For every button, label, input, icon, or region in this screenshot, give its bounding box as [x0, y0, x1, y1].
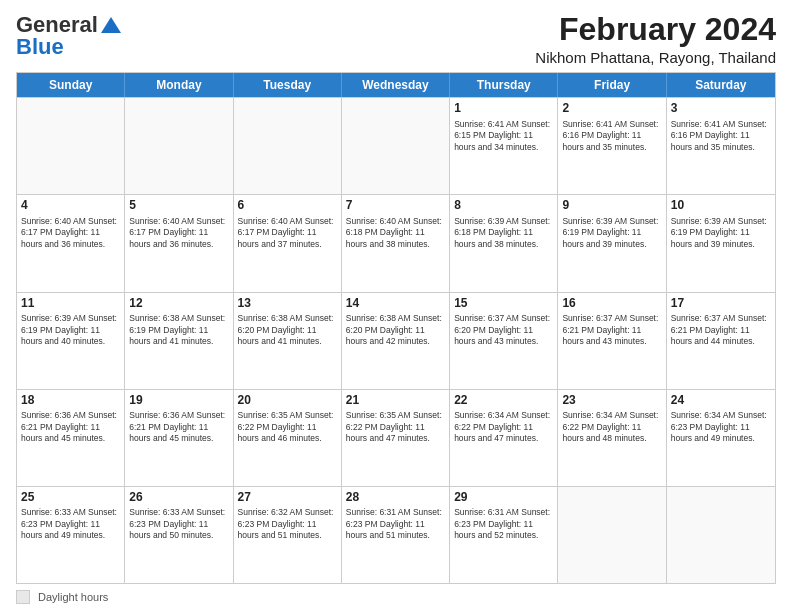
day-info: Sunrise: 6:39 AM Sunset: 6:19 PM Dayligh…: [562, 216, 661, 250]
cal-day-empty: [125, 98, 233, 194]
day-number: 8: [454, 198, 553, 214]
cal-header-wednesday: Wednesday: [342, 73, 450, 97]
cal-header-sunday: Sunday: [17, 73, 125, 97]
cal-day-8: 8Sunrise: 6:39 AM Sunset: 6:18 PM Daylig…: [450, 195, 558, 291]
day-number: 5: [129, 198, 228, 214]
day-info: Sunrise: 6:41 AM Sunset: 6:16 PM Dayligh…: [562, 119, 661, 153]
cal-header-saturday: Saturday: [667, 73, 775, 97]
logo-icon: [101, 17, 121, 33]
cal-day-14: 14Sunrise: 6:38 AM Sunset: 6:20 PM Dayli…: [342, 293, 450, 389]
cal-day-18: 18Sunrise: 6:36 AM Sunset: 6:21 PM Dayli…: [17, 390, 125, 486]
cal-day-6: 6Sunrise: 6:40 AM Sunset: 6:17 PM Daylig…: [234, 195, 342, 291]
day-info: Sunrise: 6:38 AM Sunset: 6:20 PM Dayligh…: [238, 313, 337, 347]
legend-box: [16, 590, 30, 604]
day-info: Sunrise: 6:40 AM Sunset: 6:18 PM Dayligh…: [346, 216, 445, 250]
day-number: 17: [671, 296, 771, 312]
cal-day-28: 28Sunrise: 6:31 AM Sunset: 6:23 PM Dayli…: [342, 487, 450, 583]
cal-day-24: 24Sunrise: 6:34 AM Sunset: 6:23 PM Dayli…: [667, 390, 775, 486]
day-number: 23: [562, 393, 661, 409]
header: General Blue February 2024 Nikhom Phatta…: [16, 12, 776, 66]
day-number: 25: [21, 490, 120, 506]
day-info: Sunrise: 6:35 AM Sunset: 6:22 PM Dayligh…: [346, 410, 445, 444]
day-number: 11: [21, 296, 120, 312]
page: General Blue February 2024 Nikhom Phatta…: [0, 0, 792, 612]
cal-week-0: 1Sunrise: 6:41 AM Sunset: 6:15 PM Daylig…: [17, 97, 775, 194]
day-info: Sunrise: 6:33 AM Sunset: 6:23 PM Dayligh…: [129, 507, 228, 541]
cal-day-11: 11Sunrise: 6:39 AM Sunset: 6:19 PM Dayli…: [17, 293, 125, 389]
day-number: 21: [346, 393, 445, 409]
day-info: Sunrise: 6:39 AM Sunset: 6:19 PM Dayligh…: [671, 216, 771, 250]
day-info: Sunrise: 6:34 AM Sunset: 6:23 PM Dayligh…: [671, 410, 771, 444]
day-info: Sunrise: 6:39 AM Sunset: 6:19 PM Dayligh…: [21, 313, 120, 347]
day-number: 18: [21, 393, 120, 409]
cal-day-19: 19Sunrise: 6:36 AM Sunset: 6:21 PM Dayli…: [125, 390, 233, 486]
cal-day-22: 22Sunrise: 6:34 AM Sunset: 6:22 PM Dayli…: [450, 390, 558, 486]
day-info: Sunrise: 6:37 AM Sunset: 6:20 PM Dayligh…: [454, 313, 553, 347]
logo-blue-text: Blue: [16, 34, 64, 60]
day-info: Sunrise: 6:35 AM Sunset: 6:22 PM Dayligh…: [238, 410, 337, 444]
day-number: 19: [129, 393, 228, 409]
cal-day-27: 27Sunrise: 6:32 AM Sunset: 6:23 PM Dayli…: [234, 487, 342, 583]
cal-week-4: 25Sunrise: 6:33 AM Sunset: 6:23 PM Dayli…: [17, 486, 775, 583]
day-number: 1: [454, 101, 553, 117]
day-info: Sunrise: 6:37 AM Sunset: 6:21 PM Dayligh…: [671, 313, 771, 347]
day-number: 16: [562, 296, 661, 312]
calendar: SundayMondayTuesdayWednesdayThursdayFrid…: [16, 72, 776, 584]
cal-day-3: 3Sunrise: 6:41 AM Sunset: 6:16 PM Daylig…: [667, 98, 775, 194]
day-info: Sunrise: 6:41 AM Sunset: 6:16 PM Dayligh…: [671, 119, 771, 153]
day-number: 4: [21, 198, 120, 214]
cal-day-empty: [17, 98, 125, 194]
sub-title: Nikhom Phattana, Rayong, Thailand: [535, 49, 776, 66]
svg-marker-0: [101, 17, 121, 33]
footer: Daylight hours: [16, 590, 776, 604]
cal-header-friday: Friday: [558, 73, 666, 97]
cal-week-3: 18Sunrise: 6:36 AM Sunset: 6:21 PM Dayli…: [17, 389, 775, 486]
day-info: Sunrise: 6:32 AM Sunset: 6:23 PM Dayligh…: [238, 507, 337, 541]
day-info: Sunrise: 6:33 AM Sunset: 6:23 PM Dayligh…: [21, 507, 120, 541]
day-number: 22: [454, 393, 553, 409]
day-number: 15: [454, 296, 553, 312]
calendar-body: 1Sunrise: 6:41 AM Sunset: 6:15 PM Daylig…: [17, 97, 775, 583]
cal-header-monday: Monday: [125, 73, 233, 97]
cal-day-7: 7Sunrise: 6:40 AM Sunset: 6:18 PM Daylig…: [342, 195, 450, 291]
cal-day-23: 23Sunrise: 6:34 AM Sunset: 6:22 PM Dayli…: [558, 390, 666, 486]
day-info: Sunrise: 6:40 AM Sunset: 6:17 PM Dayligh…: [129, 216, 228, 250]
day-info: Sunrise: 6:36 AM Sunset: 6:21 PM Dayligh…: [21, 410, 120, 444]
cal-day-empty: [667, 487, 775, 583]
cal-header-thursday: Thursday: [450, 73, 558, 97]
logo: General Blue: [16, 12, 121, 60]
cal-day-21: 21Sunrise: 6:35 AM Sunset: 6:22 PM Dayli…: [342, 390, 450, 486]
day-number: 10: [671, 198, 771, 214]
day-number: 29: [454, 490, 553, 506]
legend-label: Daylight hours: [38, 591, 108, 603]
day-number: 27: [238, 490, 337, 506]
cal-day-empty: [342, 98, 450, 194]
cal-day-25: 25Sunrise: 6:33 AM Sunset: 6:23 PM Dayli…: [17, 487, 125, 583]
day-number: 12: [129, 296, 228, 312]
day-info: Sunrise: 6:38 AM Sunset: 6:20 PM Dayligh…: [346, 313, 445, 347]
day-info: Sunrise: 6:40 AM Sunset: 6:17 PM Dayligh…: [21, 216, 120, 250]
cal-day-26: 26Sunrise: 6:33 AM Sunset: 6:23 PM Dayli…: [125, 487, 233, 583]
main-title: February 2024: [535, 12, 776, 47]
day-number: 7: [346, 198, 445, 214]
day-number: 20: [238, 393, 337, 409]
day-info: Sunrise: 6:31 AM Sunset: 6:23 PM Dayligh…: [346, 507, 445, 541]
day-number: 9: [562, 198, 661, 214]
cal-day-29: 29Sunrise: 6:31 AM Sunset: 6:23 PM Dayli…: [450, 487, 558, 583]
cal-day-9: 9Sunrise: 6:39 AM Sunset: 6:19 PM Daylig…: [558, 195, 666, 291]
day-number: 24: [671, 393, 771, 409]
day-number: 26: [129, 490, 228, 506]
day-info: Sunrise: 6:37 AM Sunset: 6:21 PM Dayligh…: [562, 313, 661, 347]
day-info: Sunrise: 6:39 AM Sunset: 6:18 PM Dayligh…: [454, 216, 553, 250]
cal-day-15: 15Sunrise: 6:37 AM Sunset: 6:20 PM Dayli…: [450, 293, 558, 389]
day-number: 14: [346, 296, 445, 312]
cal-day-16: 16Sunrise: 6:37 AM Sunset: 6:21 PM Dayli…: [558, 293, 666, 389]
day-info: Sunrise: 6:36 AM Sunset: 6:21 PM Dayligh…: [129, 410, 228, 444]
cal-day-2: 2Sunrise: 6:41 AM Sunset: 6:16 PM Daylig…: [558, 98, 666, 194]
cal-day-empty: [558, 487, 666, 583]
cal-day-5: 5Sunrise: 6:40 AM Sunset: 6:17 PM Daylig…: [125, 195, 233, 291]
day-info: Sunrise: 6:40 AM Sunset: 6:17 PM Dayligh…: [238, 216, 337, 250]
cal-day-10: 10Sunrise: 6:39 AM Sunset: 6:19 PM Dayli…: [667, 195, 775, 291]
day-info: Sunrise: 6:38 AM Sunset: 6:19 PM Dayligh…: [129, 313, 228, 347]
cal-header-tuesday: Tuesday: [234, 73, 342, 97]
